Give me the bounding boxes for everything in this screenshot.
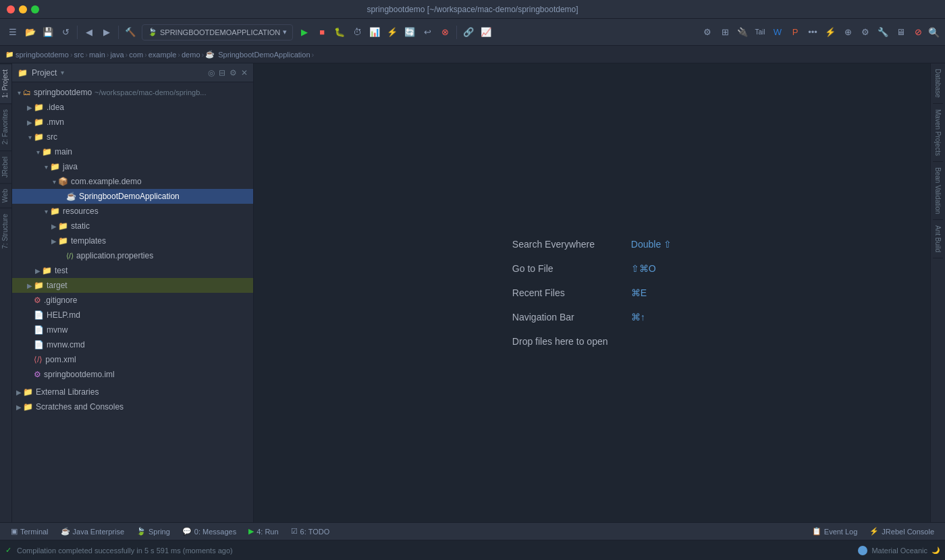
run-button[interactable]: ▶ [297,25,312,40]
refresh-icon[interactable]: ↺ [58,25,73,40]
close-button[interactable] [7,5,15,13]
tree-item-main[interactable]: ▾ 📁 main [12,144,253,159]
extra-icon[interactable]: ⊕ [840,25,855,40]
search-everywhere-icon[interactable]: 🔍 [928,27,940,38]
tab-jrebel-console[interactable]: ⚡ JRebel Console [864,525,940,538]
run-config-selector[interactable]: 🍃 SPRINGBOOTDEMOAPPLICATION ▾ [142,24,293,40]
tree-item-idea[interactable]: ▶ 📁 .idea [12,100,253,115]
tree-label-mvnwcmd: mvnw.cmd [47,340,85,349]
tab-event-log[interactable]: 📋 Event Log [807,525,863,538]
right-tab-maven[interactable]: Maven Projects [933,104,943,162]
sidebar-item-web[interactable]: Web [0,183,11,208]
tree-item-templates[interactable]: ▶ 📁 templates [12,233,253,248]
tree-label-package: com.example.demo [71,177,142,186]
tree-item-app-properties[interactable]: ⟨/⟩ application.properties [12,248,253,263]
tree-item-test[interactable]: ▶ 📁 test [12,263,253,278]
tab-spring[interactable]: 🍃 Spring [131,525,176,538]
collapse-all-icon[interactable]: ⊟ [219,68,225,78]
dot-icon[interactable]: ••• [805,25,820,40]
file-tree[interactable]: ▾ 🗂 springbootdemo ~/workspace/mac-demo/… [12,82,253,522]
tree-item-mvnw[interactable]: 📄 mvnw [12,323,253,337]
todo-icon: ☑ [291,527,298,536]
tree-item-help[interactable]: 📄 HELP.md [12,308,253,323]
right-tab-bean[interactable]: Bean Validation [933,162,943,220]
breadcrumb-item-java[interactable]: java [110,51,124,59]
tree-item-resources[interactable]: ▾ 📁 resources [12,204,253,219]
sidebar-item-favorites[interactable]: 2: Favorites [0,103,11,150]
word-icon[interactable]: W [770,25,785,40]
disable-icon[interactable]: ⊘ [911,25,925,40]
tool3-icon[interactable]: 🔧 [875,25,890,40]
tree-label-pom: pom.xml [45,355,76,364]
rebel-run-button[interactable]: ⚡ [385,25,400,40]
right-tab-database[interactable]: Database [933,63,943,104]
tab-run[interactable]: ▶ 4: Run [243,525,284,538]
minimize-button[interactable] [19,5,27,13]
breadcrumb-item-class[interactable]: ☕ SpringbootDemoApplication [205,50,310,59]
save-icon[interactable]: 💾 [40,25,55,40]
editor-area[interactable]: Search Everywhere Double ⇧ Go to File ⇧⌘… [254,63,930,522]
maximize-button[interactable] [31,5,39,13]
tree-item-scratches[interactable]: ▶ 📁 Scratches and Consoles [12,399,253,414]
tree-arrow-root: ▾ [15,89,23,96]
breadcrumb-item-example[interactable]: example [148,51,177,59]
panel-dropdown-arrow[interactable]: ▾ [61,69,64,76]
tree-item-java[interactable]: ▾ 📁 java [12,159,253,174]
tree-item-static[interactable]: ▶ 📁 static [12,219,253,233]
right-tab-ant[interactable]: Ant Build [933,220,943,258]
layout-icon[interactable]: ⊞ [718,25,732,40]
sidebar-item-jrebel[interactable]: JRebel [0,150,11,183]
breadcrumb-item-main[interactable]: main [89,51,105,59]
attach-debugger-button[interactable]: 🔗 [461,25,476,40]
locate-icon[interactable]: ◎ [208,68,215,78]
menu-icon[interactable]: ☰ [5,25,20,40]
stop2-button[interactable]: ⊗ [437,25,452,40]
close-panel-icon[interactable]: ✕ [241,68,248,78]
jrebel-icon[interactable]: ⚡ [823,25,838,40]
theme-selector[interactable]: Material Oceanic 🌙 [858,546,940,555]
welcome-row-file: Go to File ⇧⌘O [512,263,672,274]
tree-item-src[interactable]: ▾ 📁 src [12,130,253,144]
debug-button[interactable]: 🐛 [332,25,347,40]
tree-item-target[interactable]: ▶ 📁 target [12,278,253,293]
breadcrumb-class-label: SpringbootDemoApplication [218,51,310,59]
back-icon[interactable]: ◀ [82,25,97,40]
settings-icon[interactable]: ⚙ [700,25,715,40]
gear2-icon[interactable]: ⚙ [858,25,873,40]
tail-label[interactable]: Tail [753,25,767,40]
title-bar: springbootdemo [~/workspace/mac-demo/spr… [0,0,945,19]
breadcrumb-item-root[interactable]: 📁 springbootdemo [5,51,69,59]
run-with-coverage-button[interactable]: ⏱ [350,25,364,40]
tree-item-pomxml[interactable]: ⟨/⟩ pom.xml [12,352,253,367]
folder-icon[interactable]: 📂 [23,25,38,40]
tree-item-external-libraries[interactable]: ▶ 📁 External Libraries [12,385,253,399]
tab-terminal[interactable]: ▣ Terminal [5,525,54,538]
tree-item-springboot-app[interactable]: ☕ SpringbootDemoApplication [12,189,253,204]
sidebar-item-structure[interactable]: 7: Structure [0,208,11,254]
profile-button[interactable]: 📊 [367,25,382,40]
plugins-icon[interactable]: 🔌 [735,25,750,40]
forward-icon[interactable]: ▶ [99,25,114,40]
breadcrumb-item-demo[interactable]: demo [182,51,200,59]
rollback-button[interactable]: ↩ [420,25,435,40]
breadcrumb-item-src[interactable]: src [74,51,84,59]
tab-java-enterprise[interactable]: ☕ Java Enterprise [55,525,130,538]
coverage-button[interactable]: 📈 [479,25,493,40]
sidebar-item-project[interactable]: 1: Project [0,63,11,103]
rebel-update-button[interactable]: 🔄 [402,25,417,40]
monitor-icon[interactable]: 🖥 [893,25,908,40]
ppt-icon[interactable]: P [788,25,803,40]
build-icon[interactable]: 🔨 [123,25,138,40]
tree-item-gitignore[interactable]: ⚙ .gitignore [12,293,253,308]
tab-messages[interactable]: 💬 0: Messages [177,525,242,538]
tree-item-iml[interactable]: ⚙ springbootdemo.iml [12,367,253,382]
tree-item-package[interactable]: ▾ 📦 com.example.demo [12,174,253,189]
tree-item-mvnwcmd[interactable]: 📄 mvnw.cmd [12,337,253,352]
settings-header-icon[interactable]: ⚙ [230,68,237,78]
tab-todo[interactable]: ☑ 6: TODO [286,525,335,538]
tree-item-root[interactable]: ▾ 🗂 springbootdemo ~/workspace/mac-demo/… [12,85,253,100]
stop-button[interactable]: ■ [315,25,329,40]
tree-item-mvn[interactable]: ▶ 📁 .mvn [12,115,253,130]
breadcrumb-item-com[interactable]: com [129,51,143,59]
tree-arrow-java: ▾ [42,163,50,171]
